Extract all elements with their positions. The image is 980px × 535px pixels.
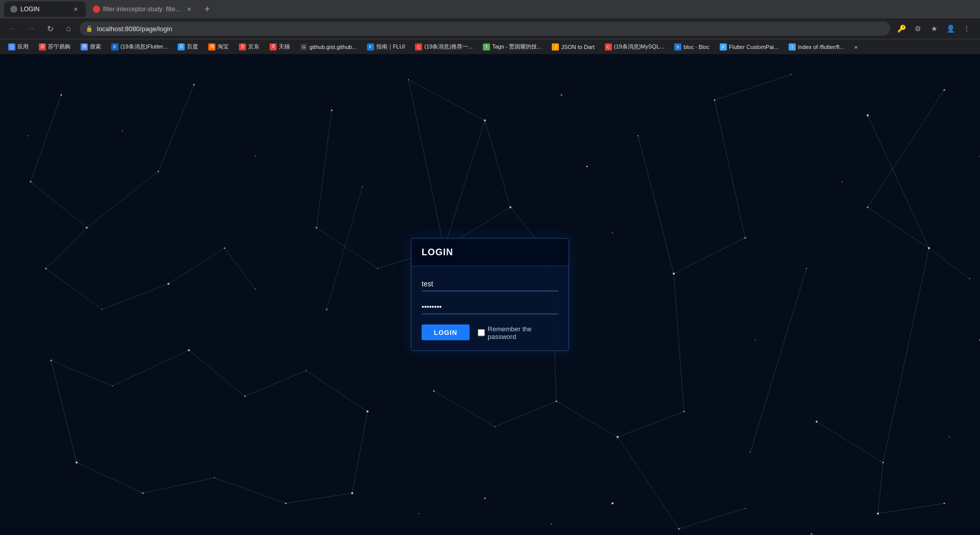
username-input[interactable]	[422, 277, 558, 291]
svg-line-94	[929, 248, 970, 279]
forward-button[interactable]: →	[24, 21, 39, 36]
tab-login-close[interactable]: ✕	[71, 5, 80, 13]
remember-label[interactable]: Remember the password	[478, 325, 558, 340]
gist-label: github.gist.github...	[309, 44, 356, 50]
key-icon[interactable]: 🔑	[894, 21, 909, 36]
svg-line-105	[352, 411, 368, 493]
new-tab-button[interactable]: +	[200, 2, 214, 16]
svg-point-58	[611, 502, 614, 504]
svg-line-79	[158, 85, 194, 172]
svg-line-90	[674, 238, 745, 274]
login-panel: LOGIN LOGIN Remember the password	[411, 238, 569, 351]
suning-label: 苏宁易购	[48, 43, 70, 51]
extensions-icon[interactable]: ⚙	[911, 21, 925, 36]
svg-point-8	[484, 119, 486, 121]
taobao-label: 淘宝	[217, 43, 229, 51]
tab-login-label: LOGIN	[20, 6, 68, 13]
svg-point-54	[351, 492, 353, 494]
suning-favicon: 苏	[39, 43, 46, 51]
lock-icon: 🔒	[86, 26, 93, 32]
svg-point-57	[551, 523, 552, 524]
bookmark-msg19[interactable]: C (19条消息)推荐一...	[411, 41, 477, 52]
svg-point-28	[612, 232, 613, 233]
login-body: LOGIN Remember the password	[411, 266, 569, 351]
svg-point-32	[867, 207, 869, 208]
tab-bar: LOGIN ✕ filter-interceptor-study: filter…	[0, 0, 980, 18]
login-header: LOGIN	[411, 239, 569, 266]
svg-line-120	[878, 503, 944, 514]
tab-filter[interactable]: filter-interceptor-study: filter-... ✕	[87, 2, 199, 17]
svg-point-45	[683, 411, 685, 412]
svg-line-100	[51, 360, 77, 463]
svg-line-95	[868, 207, 929, 248]
bookmark-bloc[interactable]: b bloc · Bloc	[670, 42, 714, 52]
tab-filter-label: filter-interceptor-study: filter-...	[103, 6, 182, 13]
bookmark-icon[interactable]: ★	[927, 21, 941, 36]
svg-line-82	[316, 228, 378, 269]
tags-favicon: T	[483, 43, 490, 51]
bookmark-flui[interactable]: F 指南｜FLUI	[363, 41, 409, 52]
bookmark-custompaint[interactable]: F Flutter CustomPai...	[716, 42, 782, 52]
svg-line-122	[444, 120, 485, 248]
address-bar: ← → ↻ ⌂ 🔒 localhost:8080/page/login 🔑 ⚙ …	[0, 18, 980, 39]
svg-point-60	[745, 508, 746, 509]
bookmark-tianmao[interactable]: 天 天猫	[265, 41, 294, 52]
svg-point-48	[883, 462, 884, 464]
url-text: localhost:8080/page/login	[97, 25, 172, 33]
svg-point-44	[617, 436, 619, 438]
svg-point-61	[811, 533, 813, 535]
bookmark-baidu[interactable]: 百 百度	[174, 41, 202, 52]
svg-line-93	[868, 115, 929, 248]
home-button[interactable]: ⌂	[61, 21, 76, 36]
svg-line-109	[495, 401, 556, 427]
back-button[interactable]: ←	[6, 21, 20, 36]
svg-line-78	[87, 172, 158, 228]
bookmark-taobao[interactable]: 淘 淘宝	[204, 41, 233, 52]
bookmark-tags[interactable]: T Tags - 贾国耀的技...	[479, 41, 546, 52]
tab-login[interactable]: LOGIN ✕	[4, 2, 86, 17]
json-label: JSON to Dart	[561, 44, 594, 50]
bloc-label: bloc · Bloc	[683, 44, 709, 50]
bookmark-flutter[interactable]: F (19条消息)Flutter...	[107, 41, 172, 52]
svg-line-85	[408, 80, 485, 120]
svg-line-119	[878, 463, 883, 514]
bookmark-more[interactable]: »	[850, 42, 862, 52]
bookmark-json[interactable]: J JSON to Dart	[548, 42, 598, 52]
toolbar-right: 🔑 ⚙ ★ 👤 ⋮	[894, 21, 974, 36]
bookmark-apps[interactable]: ☷ 应用	[4, 41, 33, 52]
url-bar[interactable]: 🔒 localhost:8080/page/login	[80, 21, 890, 36]
password-input[interactable]	[422, 300, 558, 314]
login-button[interactable]: LOGIN	[422, 325, 470, 341]
mysql-label: (19条消息)MySQL...	[614, 43, 664, 51]
svg-point-26	[509, 206, 511, 208]
tags-label: Tags - 贾国耀的技...	[492, 43, 542, 51]
svg-point-43	[556, 401, 557, 402]
tianmao-favicon: 天	[270, 43, 277, 51]
svg-line-114	[618, 437, 679, 529]
svg-point-34	[969, 278, 970, 279]
bookmark-index[interactable]: I Index of /flutter/fl...	[785, 42, 848, 52]
tab-filter-close[interactable]: ✕	[185, 5, 193, 13]
bookmark-search[interactable]: 搜 搜索	[77, 41, 105, 52]
bookmark-suning[interactable]: 苏 苏宁易购	[35, 41, 75, 52]
refresh-button[interactable]: ↻	[43, 21, 57, 36]
bookmark-jd[interactable]: 京 京东	[235, 41, 263, 52]
svg-line-86	[485, 120, 510, 207]
profile-icon[interactable]: 👤	[943, 21, 958, 36]
bookmark-mysql[interactable]: C (19条消息)MySQL...	[601, 41, 668, 52]
menu-icon[interactable]: ⋮	[960, 21, 974, 36]
bookmark-gist[interactable]: G github.gist.github...	[296, 42, 360, 52]
browser-chrome: LOGIN ✕ filter-interceptor-study: filter…	[0, 0, 980, 54]
svg-line-113	[674, 274, 684, 411]
baidu-label: 百度	[187, 43, 198, 51]
svg-point-0	[12, 7, 16, 11]
svg-line-112	[618, 411, 684, 437]
svg-point-63	[944, 503, 945, 504]
svg-point-42	[495, 426, 496, 427]
svg-line-111	[556, 401, 618, 437]
remember-checkbox[interactable]	[478, 329, 484, 336]
svg-line-99	[189, 350, 245, 396]
svg-point-46	[750, 452, 751, 453]
svg-line-98	[112, 350, 189, 386]
more-label: »	[854, 44, 857, 50]
